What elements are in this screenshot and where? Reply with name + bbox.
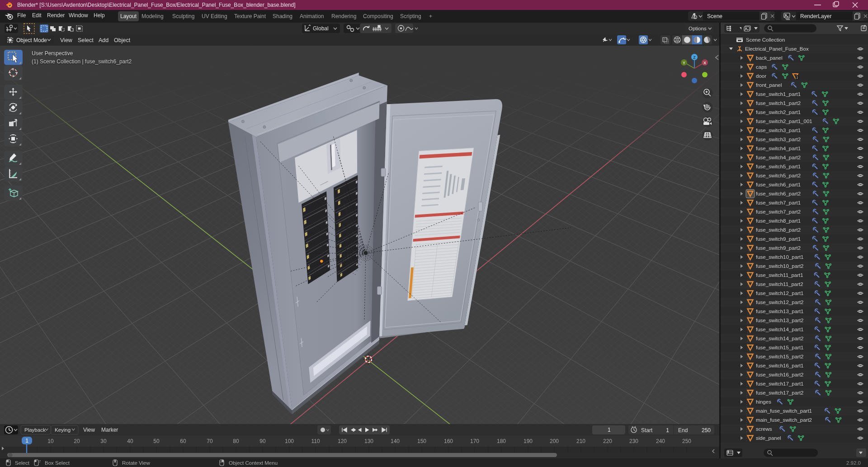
svg-text:Start: Start — [641, 427, 653, 434]
svg-text:fuse_switch9_part2: fuse_switch9_part2 — [756, 245, 801, 251]
svg-text:20: 20 — [74, 438, 80, 444]
svg-text:fuse_switch11_part1: fuse_switch11_part1 — [756, 272, 803, 278]
svg-text:View: View — [83, 427, 95, 433]
svg-text:Add: Add — [99, 37, 108, 43]
svg-text:caps: caps — [756, 64, 767, 70]
svg-text:fuse_switch15_part2: fuse_switch15_part2 — [756, 354, 803, 359]
svg-text:fuse_switch2_part1_001: fuse_switch2_part1_001 — [756, 119, 812, 124]
svg-text:180: 180 — [497, 438, 506, 444]
svg-text:fuse_switch7_part2: fuse_switch7_part2 — [756, 209, 801, 214]
svg-text:fuse_switch7_part1: fuse_switch7_part1 — [756, 200, 801, 205]
svg-text:2.92.0: 2.92.0 — [846, 460, 861, 466]
svg-text:fuse_switch5_part1: fuse_switch5_part1 — [756, 164, 801, 169]
svg-text:Object Mode: Object Mode — [16, 37, 47, 43]
svg-text:fuse_switch13_part2: fuse_switch13_part2 — [756, 318, 803, 323]
svg-text:130: 130 — [364, 438, 373, 444]
svg-text:RenderLayer: RenderLayer — [800, 13, 831, 19]
svg-text:Playback: Playback — [24, 427, 46, 433]
svg-text:250: 250 — [682, 438, 691, 444]
svg-text:200: 200 — [550, 438, 559, 444]
svg-text:hinges: hinges — [756, 399, 771, 405]
svg-text:160: 160 — [444, 438, 453, 444]
svg-text:main_fuse_switch_part1: main_fuse_switch_part1 — [756, 408, 812, 414]
svg-text:1: 1 — [608, 427, 611, 433]
svg-text:side_panel: side_panel — [756, 435, 781, 441]
svg-text:X: X — [703, 61, 706, 65]
svg-text:main_fuse_switch_part2: main_fuse_switch_part2 — [756, 417, 812, 423]
svg-text:40: 40 — [127, 438, 133, 444]
svg-text:fuse_switch3_part2: fuse_switch3_part2 — [756, 137, 801, 142]
svg-text:fuse_switch14_part1: fuse_switch14_part1 — [756, 327, 803, 332]
svg-text:30: 30 — [100, 438, 107, 444]
svg-text:fuse_switch17_part1: fuse_switch17_part1 — [756, 381, 803, 386]
svg-text:fuse_switch17_part2: fuse_switch17_part2 — [756, 390, 803, 396]
svg-text:Select: Select — [15, 460, 30, 466]
svg-text:fuse_switch8_part1: fuse_switch8_part1 — [756, 218, 801, 224]
svg-text:back_panel: back_panel — [756, 55, 783, 61]
svg-text:10: 10 — [47, 438, 54, 444]
svg-text:Object Context Menu: Object Context Menu — [229, 460, 278, 466]
svg-text:Scene: Scene — [707, 13, 722, 19]
svg-text:100: 100 — [285, 438, 294, 444]
svg-text:fuse_switch5_part2: fuse_switch5_part2 — [756, 173, 801, 178]
svg-text:fuse_switch16_part1: fuse_switch16_part1 — [756, 363, 803, 368]
svg-text:Marker: Marker — [101, 427, 118, 433]
svg-text:170: 170 — [470, 438, 479, 444]
svg-text:150: 150 — [417, 438, 426, 444]
svg-text:220: 220 — [603, 438, 612, 444]
svg-text:Options: Options — [689, 26, 707, 31]
svg-text:fuse_switch3_part1: fuse_switch3_part1 — [756, 128, 801, 133]
svg-text:fuse_switch1_part2: fuse_switch1_part2 — [756, 100, 801, 106]
svg-text:Select: Select — [78, 37, 94, 43]
svg-text:Global: Global — [313, 25, 329, 32]
svg-text:fuse_switch13_part1: fuse_switch13_part1 — [756, 309, 803, 314]
svg-text:Z: Z — [693, 55, 696, 60]
svg-text:fuse_switch12_part1: fuse_switch12_part1 — [756, 291, 803, 296]
svg-text:fuse_switch10_part2: fuse_switch10_part2 — [756, 263, 803, 269]
svg-text:2: 2 — [797, 76, 798, 79]
svg-text:210: 210 — [576, 438, 585, 444]
svg-text:140: 140 — [391, 438, 400, 444]
svg-text:Scene Collection: Scene Collection — [746, 37, 785, 43]
svg-text:fuse_switch4_part2: fuse_switch4_part2 — [756, 155, 801, 160]
svg-text:front_panel: front_panel — [756, 82, 782, 88]
svg-text:fuse_switch10_part1: fuse_switch10_part1 — [756, 254, 803, 260]
svg-text:1: 1 — [666, 427, 669, 434]
svg-text:230: 230 — [629, 438, 638, 444]
svg-text:fuse_switch4_part1: fuse_switch4_part1 — [756, 146, 801, 151]
svg-text:fuse_switch16_part2: fuse_switch16_part2 — [756, 372, 803, 377]
svg-text:End: End — [678, 427, 688, 434]
svg-text:screws: screws — [756, 426, 772, 432]
svg-text:fuse_switch6_part2: fuse_switch6_part2 — [756, 191, 801, 196]
svg-text:Object: Object — [114, 37, 131, 43]
svg-text:240: 240 — [656, 438, 665, 444]
svg-text:fuse_switch12_part2: fuse_switch12_part2 — [756, 300, 803, 305]
svg-text:fuse_switch2_part1: fuse_switch2_part1 — [756, 110, 801, 115]
svg-text:Keying: Keying — [55, 427, 71, 433]
svg-text:fuse_switch15_part1: fuse_switch15_part1 — [756, 345, 803, 350]
svg-text:90: 90 — [259, 438, 266, 444]
svg-text:Electrical_Panel_Fuse_Box: Electrical_Panel_Fuse_Box — [745, 46, 809, 52]
svg-text:Box Select: Box Select — [45, 460, 70, 466]
svg-text:fuse_switch1_part1: fuse_switch1_part1 — [756, 91, 801, 97]
svg-text:fuse_switch8_part2: fuse_switch8_part2 — [756, 227, 801, 233]
svg-text:fuse_switch14_part2: fuse_switch14_part2 — [756, 336, 803, 341]
svg-text:door: door — [756, 73, 766, 79]
svg-text:80: 80 — [233, 438, 239, 444]
svg-text:View: View — [60, 37, 73, 43]
svg-text:70: 70 — [207, 438, 213, 444]
svg-text:fuse_switch11_part2: fuse_switch11_part2 — [756, 281, 803, 287]
svg-text:110: 110 — [311, 438, 320, 444]
svg-text:fuse_switch6_part1: fuse_switch6_part1 — [756, 182, 801, 187]
svg-text:60: 60 — [180, 438, 186, 444]
svg-text:Rotate View: Rotate View — [122, 460, 150, 466]
svg-text:50: 50 — [153, 438, 160, 444]
svg-text:1: 1 — [25, 438, 28, 444]
svg-text:190: 190 — [524, 438, 533, 444]
svg-text:250: 250 — [702, 427, 711, 434]
svg-text:Y: Y — [683, 61, 685, 65]
svg-text:fuse_switch9_part1: fuse_switch9_part1 — [756, 236, 801, 242]
svg-text:120: 120 — [338, 438, 347, 444]
